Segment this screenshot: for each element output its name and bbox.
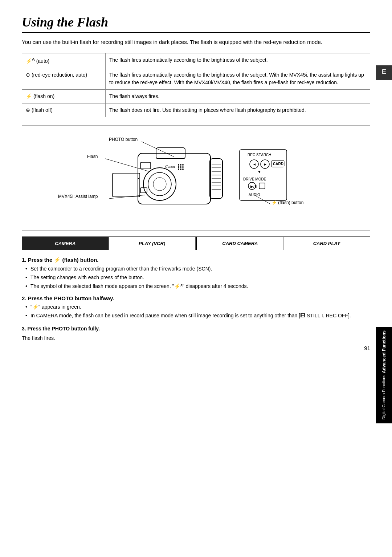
steps-section: 1. Press the ⚡ (flash) button. Set the c… (22, 257, 370, 342)
svg-point-25 (178, 166, 179, 168)
step-1: 1. Press the ⚡ (flash) button. Set the c… (22, 257, 370, 290)
svg-point-30 (182, 168, 184, 170)
step-1-bullet-2: The setting changes with each press of t… (25, 274, 370, 282)
page-title: Using the Flash (22, 15, 370, 30)
photo-button-label: PHOTO button (109, 137, 138, 142)
svg-rect-19 (113, 173, 140, 197)
svg-text:►: ► (264, 162, 267, 166)
step-2: 2. Press the PHOTO button halfway. "⚡" a… (22, 295, 370, 320)
step-3: 3. Press the PHOTO button fully. The fla… (22, 325, 370, 342)
svg-point-24 (182, 164, 184, 166)
svg-rect-8 (140, 162, 151, 169)
mode-card-play-label: CARD PLAY (313, 241, 340, 246)
mode-card-play: CARD PLAY (283, 237, 370, 250)
step-3-final-text: The flash fires. (22, 334, 370, 342)
svg-line-41 (254, 195, 270, 204)
mode-play-vcr-label: PLAY (VCR) (139, 241, 165, 246)
mode-camera: CAMERA (22, 237, 109, 250)
mode-bar: CAMERA PLAY (VCR) CARD CAMERA CARD PLAY (22, 236, 370, 250)
flash-desc-redeye: The flash fires automatically according … (106, 68, 370, 90)
step-2-title: 2. Press the PHOTO button halfway. (22, 295, 370, 301)
mode-play-vcr: PLAY (VCR) (109, 237, 196, 250)
svg-text:▼: ▼ (257, 170, 261, 174)
table-row: ⚡A (auto) The flash fires automatically … (22, 53, 370, 68)
intro-text: You can use the built-in flash for recor… (22, 38, 370, 46)
mode-card-camera: CARD CAMERA (197, 237, 284, 250)
flash-symbol-on: ⚡ (flash on) (22, 90, 106, 103)
step-3-title: 3. Press the PHOTO button fully. (22, 325, 370, 333)
page-number: 91 (364, 345, 370, 351)
flash-symbol-redeye: ⊙ (red-eye reduction, auto) (22, 68, 106, 90)
flash-symbol-auto: ⚡A (auto) (22, 53, 106, 68)
flash-desc-auto: The flash fires automatically according … (106, 53, 370, 68)
card-label: CARD (273, 162, 283, 166)
flash-button-label: ⚡ (flash) button (271, 200, 303, 205)
title-rule (22, 32, 370, 33)
svg-point-28 (178, 168, 179, 170)
flash-desc-on: The flash always fires. (106, 90, 370, 103)
svg-rect-40 (259, 183, 265, 189)
table-row: ⊙ (red-eye reduction, auto) The flash fi… (22, 68, 370, 90)
svg-text:▶/⏸: ▶/⏸ (250, 184, 258, 188)
step-3-title-text: Press the PHOTO button fully. (28, 326, 100, 332)
step-1-title-text: Press the ⚡ (flash) button. (28, 257, 99, 263)
svg-point-26 (180, 166, 181, 168)
flash-table: ⚡A (auto) The flash fires automatically … (22, 53, 370, 118)
rec-search-text: REC SEARCH (248, 153, 271, 157)
step-2-bullets: "⚡" appears in green. In CAMERA mode, th… (22, 303, 370, 320)
page-container: E Advanced Functions Digital Camera Func… (0, 0, 392, 362)
step-2-bullet-1: "⚡" appears in green. (25, 303, 370, 311)
camera-svg: PHOTO button Flash MVX45i: Assist lamp (36, 131, 356, 226)
flash-label: Flash (87, 154, 98, 159)
svg-line-1 (105, 159, 149, 171)
svg-rect-31 (240, 150, 287, 200)
svg-point-5 (148, 172, 171, 196)
assist-lamp-label: MVX45i: Assist lamp (58, 194, 98, 199)
diagram-box: PHOTO button Flash MVX45i: Assist lamp (22, 125, 370, 231)
flash-desc-off: The flash does not fire. Use this settin… (106, 103, 370, 117)
svg-point-29 (180, 168, 181, 170)
section-tab-e: E (376, 65, 392, 80)
step-1-bullet-1: Set the camcorder to a recording program… (25, 265, 370, 273)
svg-text:Canon: Canon (165, 164, 175, 168)
advanced-functions-label: Advanced Functions (381, 330, 387, 373)
audio-label: AUDIO (249, 193, 260, 197)
step-2-title-text: Press the PHOTO button halfway. (28, 295, 114, 301)
step-1-bullet-3: The symbol of the selected flash mode ap… (25, 282, 370, 290)
svg-point-6 (153, 178, 166, 191)
svg-point-22 (178, 164, 179, 166)
step-1-bullets: Set the camcorder to a recording program… (22, 265, 370, 290)
table-row: ⚡ (flash on) The flash always fires. (22, 90, 370, 103)
svg-point-23 (180, 164, 181, 166)
table-row: ⊛ (flash off) The flash does not fire. U… (22, 103, 370, 117)
mode-card-camera-label: CARD CAMERA (222, 241, 258, 246)
svg-text:◄: ◄ (253, 162, 256, 166)
camera-diagram: PHOTO button Flash MVX45i: Assist lamp (29, 131, 363, 226)
mode-camera-label: CAMERA (55, 241, 75, 246)
step-1-title: 1. Press the ⚡ (flash) button. (22, 257, 370, 263)
digital-camera-label: Digital Camera Functions (381, 375, 386, 420)
flash-symbol-off: ⊛ (flash off) (22, 103, 106, 117)
tab-letter: E (382, 68, 386, 76)
side-label-panel: Advanced Functions Digital Camera Functi… (376, 327, 392, 423)
drive-mode-label: DRIVE MODE (243, 177, 266, 181)
svg-point-27 (182, 166, 184, 168)
svg-line-0 (142, 142, 174, 157)
step-2-bullet-2: In CAMERA mode, the flash can be used in… (25, 312, 370, 320)
